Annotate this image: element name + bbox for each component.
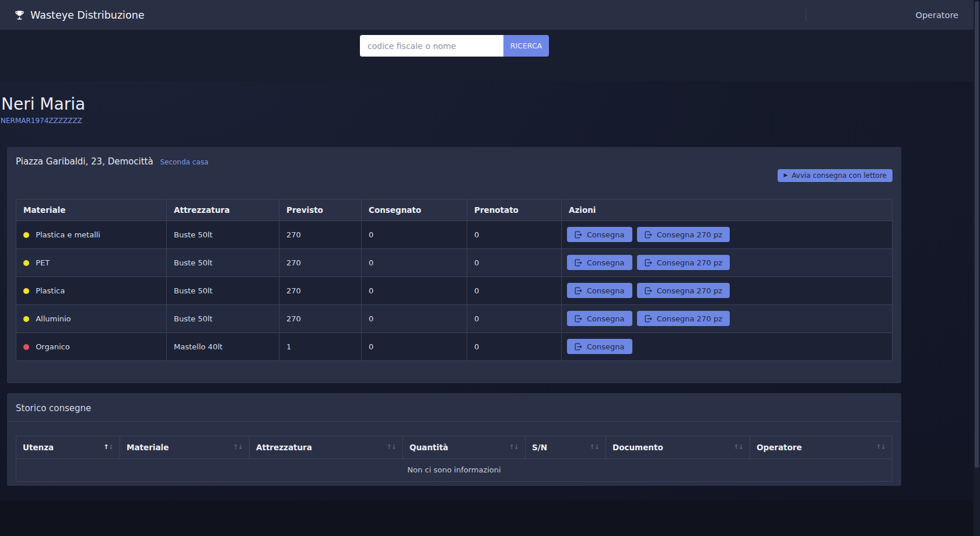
operator-menu[interactable]: Operatore bbox=[915, 10, 958, 20]
delivery-card: Piazza Garibaldi, 23, Democittà Seconda … bbox=[7, 147, 901, 383]
prenotato-cell: 0 bbox=[467, 248, 562, 276]
box-arrow-right-icon bbox=[575, 231, 582, 239]
sort-desc-icon: ↓ bbox=[514, 443, 519, 451]
status-dot bbox=[23, 288, 29, 294]
box-arrow-right-icon bbox=[645, 231, 652, 239]
status-dot bbox=[23, 260, 29, 266]
consegna-qty-button[interactable]: Consegna 270 pz bbox=[637, 255, 730, 270]
col-materiale: Materiale bbox=[16, 199, 167, 220]
box-arrow-right-icon bbox=[575, 315, 582, 323]
prenotato-cell: 0 bbox=[467, 304, 562, 332]
sort-icons: ↑↓ bbox=[876, 443, 886, 451]
col-previsto: Previsto bbox=[279, 199, 362, 220]
reader-button-label: Avvia consegna con lettore bbox=[792, 171, 887, 180]
consegnato-cell: 0 bbox=[362, 304, 467, 332]
materials-table: Materiale Attrezzatura Previsto Consegna… bbox=[16, 199, 892, 361]
azioni-cell: Consegna Consegna 270 pz bbox=[562, 276, 892, 304]
search-bar: RICERCA bbox=[360, 35, 549, 57]
prenotato-cell: 0 bbox=[467, 276, 562, 304]
col-prenotato: Prenotato bbox=[467, 199, 562, 220]
previsto-cell: 270 bbox=[279, 248, 362, 276]
material-row: PET Buste 50lt 270 0 0 Consegna bbox=[16, 248, 892, 276]
box-arrow-right-icon bbox=[575, 259, 582, 267]
box-arrow-right-icon bbox=[645, 315, 652, 323]
sort-asc-icon: ↑ bbox=[876, 443, 881, 451]
page-title: Neri Maria bbox=[1, 94, 974, 114]
app-brand[interactable]: Wasteye Distribuzione bbox=[14, 9, 145, 21]
sort-col-quantita[interactable]: Quantità ↑↓ bbox=[403, 436, 526, 458]
previsto-cell: 1 bbox=[279, 332, 362, 360]
search-input[interactable] bbox=[360, 35, 503, 57]
consegna-button[interactable]: Consegna bbox=[567, 311, 632, 326]
material-row: Plastica Buste 50lt 270 0 0 Consegna bbox=[16, 276, 892, 304]
sort-icons: ↑↓ bbox=[734, 443, 743, 451]
azioni-cell: Consegna Consegna 270 pz bbox=[562, 248, 892, 276]
start-delivery-reader-button[interactable]: ▶ Avvia consegna con lettore bbox=[778, 169, 892, 182]
search-button[interactable]: RICERCA bbox=[503, 35, 549, 57]
play-icon: ▶ bbox=[783, 173, 788, 178]
sort-desc-icon: ↓ bbox=[738, 443, 743, 451]
sort-col-attrezzatura[interactable]: Attrezzatura ↑↓ bbox=[250, 436, 403, 458]
attrezzatura-cell: Mastello 40lt bbox=[167, 332, 279, 360]
consegna-qty-button[interactable]: Consegna 270 pz bbox=[637, 283, 730, 298]
scrollbar-thumb[interactable] bbox=[975, 1, 979, 468]
consegna-button[interactable]: Consegna bbox=[567, 227, 632, 242]
status-dot bbox=[23, 344, 29, 350]
sort-col-sn[interactable]: S/N ↑↓ bbox=[526, 436, 606, 458]
attrezzatura-cell: Buste 50lt bbox=[167, 220, 279, 248]
empty-row: Non ci sono informazioni bbox=[16, 458, 892, 481]
col-consegnato: Consegnato bbox=[362, 199, 467, 220]
sort-col-documento[interactable]: Documento ↑↓ bbox=[606, 436, 750, 458]
prenotato-cell: 0 bbox=[467, 220, 562, 248]
history-table: Utenza ↑↓ Materiale ↑↓ bbox=[16, 436, 892, 482]
status-dot bbox=[23, 232, 29, 238]
sort-asc-icon: ↑ bbox=[233, 443, 238, 451]
sort-asc-icon: ↑ bbox=[509, 443, 514, 451]
box-arrow-right-icon bbox=[575, 287, 582, 295]
consegna-button[interactable]: Consegna bbox=[567, 283, 632, 298]
azioni-cell: Consegna Consegna 270 pz bbox=[562, 304, 892, 332]
sort-asc-icon: ↑ bbox=[387, 443, 391, 451]
consegna-qty-button[interactable]: Consegna 270 pz bbox=[637, 227, 730, 242]
history-card-title: Storico consegne bbox=[7, 393, 901, 422]
attrezzatura-cell: Buste 50lt bbox=[167, 276, 279, 304]
consegna-button[interactable]: Consegna bbox=[567, 255, 632, 270]
previsto-cell: 270 bbox=[279, 304, 362, 332]
sort-desc-icon: ↓ bbox=[108, 443, 113, 451]
previsto-cell: 270 bbox=[279, 220, 362, 248]
trophy-icon bbox=[14, 9, 25, 20]
consegna-button[interactable]: Consegna bbox=[567, 339, 632, 354]
page-bottom bbox=[0, 500, 974, 536]
consegnato-cell: 0 bbox=[362, 248, 467, 276]
sort-desc-icon: ↓ bbox=[881, 443, 886, 451]
azioni-cell: Consegna Consegna 270 pz bbox=[562, 220, 892, 248]
attrezzatura-cell: Buste 50lt bbox=[167, 248, 279, 276]
materials-header-row: Materiale Attrezzatura Previsto Consegna… bbox=[16, 199, 892, 220]
sort-col-materiale[interactable]: Materiale ↑↓ bbox=[120, 436, 250, 458]
sort-asc-icon: ↑ bbox=[590, 443, 594, 451]
box-arrow-right-icon bbox=[645, 259, 652, 267]
empty-state-message: Non ci sono informazioni bbox=[16, 458, 892, 481]
customer-code-link[interactable]: NERMAR1974ZZZZZZZ bbox=[1, 117, 82, 125]
sort-icons: ↑↓ bbox=[387, 443, 396, 451]
materiale-cell: Alluminio bbox=[16, 304, 167, 332]
consegnato-cell: 0 bbox=[362, 220, 467, 248]
history-header-row: Utenza ↑↓ Materiale ↑↓ bbox=[16, 436, 892, 458]
sort-icons: ↑↓ bbox=[233, 443, 243, 451]
address-text: Piazza Garibaldi, 23, Democittà bbox=[16, 156, 153, 167]
consegnato-cell: 0 bbox=[362, 276, 467, 304]
sort-icons: ↑↓ bbox=[509, 443, 519, 451]
scrollbar[interactable] bbox=[974, 0, 980, 536]
sort-asc-icon: ↑ bbox=[104, 443, 108, 451]
sort-col-utenza[interactable]: Utenza ↑↓ bbox=[16, 436, 120, 458]
prenotato-cell: 0 bbox=[467, 332, 562, 360]
sort-icons: ↑↓ bbox=[104, 443, 113, 451]
materiale-cell: Organico bbox=[16, 332, 167, 360]
sort-desc-icon: ↓ bbox=[238, 443, 243, 451]
navbar: Wasteye Distribuzione Operatore bbox=[0, 0, 974, 30]
sort-desc-icon: ↓ bbox=[391, 443, 396, 451]
history-card: Storico consegne Utenza ↑↓ bbox=[7, 393, 901, 486]
address-secondary-link[interactable]: Seconda casa bbox=[160, 158, 208, 166]
sort-col-operatore[interactable]: Operatore ↑↓ bbox=[750, 436, 892, 458]
consegna-qty-button[interactable]: Consegna 270 pz bbox=[637, 311, 730, 326]
